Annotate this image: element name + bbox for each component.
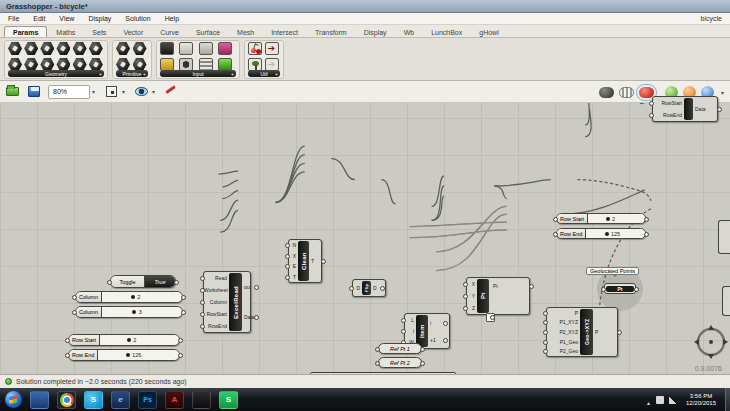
geometry-param-icon[interactable] [89, 42, 103, 55]
gumdrop-striped-icon[interactable] [619, 87, 634, 98]
tab-maths[interactable]: Maths [48, 27, 83, 37]
save-file-button[interactable] [25, 84, 42, 100]
start-button[interactable] [5, 391, 22, 408]
network-icon[interactable] [669, 396, 677, 404]
clipped-component[interactable] [718, 220, 730, 254]
slider-grip[interactable] [132, 310, 136, 314]
palette-label-geometry[interactable]: Geometry + [8, 70, 104, 77]
skype-icon[interactable]: S [84, 391, 103, 409]
palette-label-primitive[interactable]: Primitive + [116, 70, 148, 77]
slider-grip[interactable] [126, 353, 130, 357]
slider-row-start-top[interactable]: Row Start 2 [556, 213, 646, 224]
geometry-param-icon[interactable] [24, 42, 38, 55]
tab-curve[interactable]: Curve [152, 27, 187, 37]
zoom-extents-button[interactable] [103, 84, 120, 100]
canvas[interactable]: Geolocated Points Pt Toggle True Column … [0, 81, 730, 374]
action-center-flag-icon[interactable] [656, 396, 664, 404]
menu-help[interactable]: Help [165, 15, 179, 22]
tab-display[interactable]: Display [356, 27, 395, 37]
acrobat-icon[interactable]: A [165, 391, 184, 409]
tab-surface[interactable]: Surface [188, 27, 228, 37]
tray-expand-icon[interactable] [646, 391, 651, 409]
geometry-param-icon[interactable] [56, 42, 70, 55]
geometry-param-icon[interactable] [8, 42, 22, 55]
menu-file[interactable]: File [8, 15, 19, 22]
topright-component-label [684, 98, 693, 120]
title-bar[interactable]: Grasshopper - bicycle* [0, 0, 730, 13]
zoom-dropdown-caret[interactable] [92, 88, 95, 95]
boolean-toggle[interactable]: Toggle True [110, 275, 176, 288]
topright-data-component[interactable]: RowStart RowEnd Data [652, 96, 718, 122]
menu-view[interactable]: View [59, 15, 74, 22]
slider-row-start[interactable]: Row Start 2 [68, 334, 180, 346]
open-file-button[interactable] [4, 84, 21, 100]
slider-row-end-top[interactable]: Row End 125 [556, 228, 646, 239]
show-desktop-button[interactable] [725, 388, 730, 411]
tab-ghowl[interactable]: gHowl [471, 27, 506, 37]
ref-pt-2-capsule[interactable]: Ref Pt 2 [378, 357, 422, 368]
sketch-button[interactable] [161, 84, 178, 100]
eye-icon [135, 87, 148, 96]
tab-sets[interactable]: Sets [84, 27, 114, 37]
menu-edit[interactable]: Edit [33, 15, 45, 22]
geometry-param-icon[interactable] [73, 42, 87, 55]
excel-input-rowstart[interactable]: RowStart [204, 311, 228, 317]
spotify-icon[interactable]: S [219, 391, 238, 409]
tab-intersect[interactable]: Intersect [263, 27, 306, 37]
panel-icon[interactable] [179, 42, 193, 55]
menu-solution[interactable]: Solution [125, 15, 150, 22]
primitive-param-icon[interactable] [133, 42, 147, 55]
palette-label-input[interactable]: Input + [160, 70, 236, 77]
clean-tree-component[interactable]: N X E T Clean T [288, 239, 322, 283]
internet-explorer-icon[interactable]: e [111, 391, 130, 409]
construct-point-component[interactable]: X Y Z Pt Pt [466, 277, 530, 315]
clipped-component[interactable] [722, 286, 730, 316]
excel-input-column[interactable]: Column [204, 299, 228, 305]
primitive-param-icon[interactable] [116, 42, 130, 55]
compass-widget[interactable] [691, 322, 730, 362]
slider-column-1[interactable]: Column 2 [75, 291, 183, 303]
pt-param-capsule[interactable]: Pt [604, 283, 636, 294]
cherry-picker-icon[interactable] [248, 42, 262, 55]
button-icon[interactable] [199, 42, 213, 55]
excelread-component[interactable]: Read Worksheet Column RowStart RowEnd Ex… [203, 271, 251, 333]
slider-grip[interactable] [606, 217, 610, 221]
zoom-extents-caret[interactable] [122, 88, 125, 95]
excel-output-out[interactable]: out [243, 284, 254, 290]
gumdrop-dark-icon[interactable] [599, 87, 614, 98]
zoom-level-combobox[interactable]: 80% [48, 85, 90, 99]
slider-icon[interactable] [160, 42, 174, 55]
tab-mesh[interactable]: Mesh [229, 27, 262, 37]
menu-display[interactable]: Display [88, 15, 111, 22]
tab-vector[interactable]: Vector [115, 27, 151, 37]
excel-input-worksheet[interactable]: Worksheet [204, 287, 228, 293]
slider-grip[interactable] [127, 338, 131, 342]
slider-row-end[interactable]: Row End 126 [68, 349, 180, 361]
slider-grip[interactable] [605, 232, 609, 236]
excel-input-read[interactable]: Read [204, 275, 228, 281]
tab-transform[interactable]: Transform [307, 27, 355, 37]
tab-wb[interactable]: Wb [396, 27, 423, 37]
excel-output-data[interactable]: Data [243, 314, 254, 320]
slider-column-2[interactable]: Column 3 [75, 306, 183, 318]
gumdrop-red-icon-selected[interactable] [639, 87, 654, 98]
palette-label-util[interactable]: Util + [248, 70, 280, 77]
gradient-icon[interactable] [218, 42, 232, 55]
tab-lunchbox[interactable]: LunchBox [423, 27, 470, 37]
flip-matrix-component[interactable]: D Flip D [352, 279, 386, 297]
excel-input-rowend[interactable]: RowEnd [204, 323, 228, 329]
taskbar-clock[interactable]: 3:56 PM 12/20/2015 [686, 393, 716, 407]
geometry-param-icon[interactable] [40, 42, 54, 55]
slider-grip[interactable] [131, 295, 135, 299]
ref-pt-1-capsule[interactable]: Ref Pt 1 [378, 343, 422, 354]
preview-button[interactable] [133, 84, 150, 100]
photoshop-icon[interactable]: Ps [138, 391, 157, 409]
display-settings-caret[interactable] [721, 89, 724, 96]
media-player-icon[interactable] [192, 391, 211, 409]
chrome-icon[interactable] [57, 391, 76, 409]
tab-params[interactable]: Params [4, 26, 47, 37]
explorer-icon[interactable] [30, 391, 49, 409]
data-recorder-icon[interactable] [265, 42, 279, 55]
geo-xyz-component[interactable]: P P1_XYZ P2_XYZ P1_Geo P2_Geo Geo->XYZ P [546, 307, 618, 357]
preview-caret[interactable] [152, 88, 155, 95]
